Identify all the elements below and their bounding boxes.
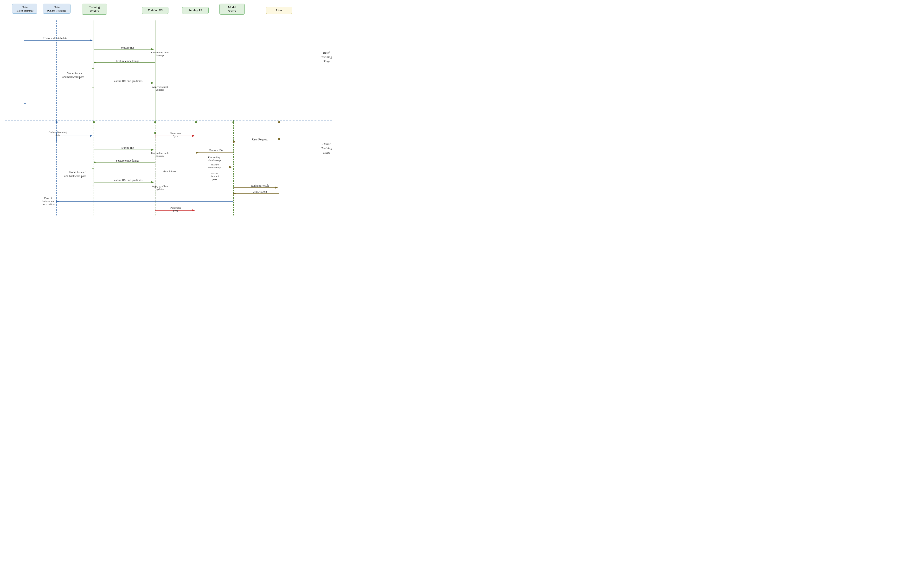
online-training-stage-label: OnlineTrainingStage	[321, 142, 332, 155]
msg-historical-batch: Historical batch data	[31, 36, 79, 40]
actor-sublabel: (Online Training)	[46, 9, 68, 12]
actor-training-ps: Training PS	[142, 7, 169, 14]
batch-training-stage-label: BatchTrainingStage	[321, 51, 332, 64]
actor-training-worker: Training Worker	[82, 3, 107, 15]
msg-feature-embeddings-serving: Featureembeddings	[197, 163, 232, 169]
msg-feature-ids-batch: Feature IDs	[103, 46, 152, 49]
msg-embedding-lookup-online: Embedding tablelookup	[142, 152, 178, 157]
msg-model-forward-serving: Modelforwardpass	[197, 172, 232, 181]
msg-user-request: User Request	[241, 138, 279, 141]
msg-model-forward-online: Model forwardand backward pass	[36, 171, 86, 178]
actor-data-online: Data (Online Training)	[43, 3, 71, 14]
msg-feature-embeddings-online: Feature embeddings	[103, 159, 152, 162]
svg-point-45	[93, 121, 95, 123]
msg-feature-ids-gradients-batch: Feature IDs and gradients	[98, 79, 156, 83]
msg-feature-ids-gradients-online: Feature IDs and gradients	[98, 178, 156, 182]
msg-ranking-result: Ranking Result	[241, 184, 279, 188]
actor-label: Serving PS	[185, 8, 206, 12]
msg-data-features-reactions: Data offeatures anduser reactions	[26, 197, 70, 205]
svg-point-46	[154, 121, 156, 123]
diagram-svg	[0, 0, 337, 216]
msg-feature-embeddings-batch: Feature embeddings	[103, 59, 152, 63]
actor-sublabel: (Batch Training)	[15, 9, 34, 12]
svg-point-47	[195, 121, 197, 123]
actor-serving-ps: Serving PS	[182, 7, 208, 14]
msg-param-sync-top: ParameterSync	[159, 132, 192, 137]
actor-label: Data	[15, 5, 34, 9]
actor-data-batch: Data (Batch Training)	[12, 3, 37, 14]
sequence-diagram: Data (Batch Training) Data (Online Train…	[0, 0, 337, 216]
msg-apply-gradient-batch: Apply gradientupdates	[142, 85, 178, 91]
svg-point-44	[56, 121, 57, 123]
msg-sync-interval: Sync interval	[156, 170, 185, 172]
actor-label: Training	[84, 5, 104, 9]
actor-label2: Server	[222, 9, 242, 13]
msg-embedding-lookup-serving: Embeddingtable lookup	[197, 156, 231, 162]
actor-label: Model	[222, 5, 242, 9]
msg-model-forward-batch: Model forwardand backward pass	[31, 72, 84, 79]
actor-label2: Worker	[84, 9, 104, 13]
msg-param-sync-bottom: ParameterSync	[159, 206, 192, 212]
msg-embedding-lookup-batch: Embedding tablelookup	[142, 51, 178, 57]
actor-label: User	[269, 8, 290, 12]
svg-point-49	[278, 121, 280, 123]
svg-point-48	[233, 121, 235, 123]
actor-model-server: Model Server	[220, 3, 245, 15]
actor-user: User	[266, 7, 292, 14]
actor-label: Data	[46, 5, 68, 9]
actor-label: Training PS	[144, 8, 166, 12]
msg-apply-gradient-online: Apply gradientupdates	[142, 185, 178, 190]
msg-feature-ids-serving: Feature IDs	[199, 149, 233, 152]
msg-user-actions: User Actions	[241, 190, 279, 193]
msg-online-streaming: Online streamingdata	[42, 131, 73, 136]
msg-feature-ids-online: Feature IDs	[103, 146, 152, 150]
svg-point-27	[154, 132, 156, 134]
